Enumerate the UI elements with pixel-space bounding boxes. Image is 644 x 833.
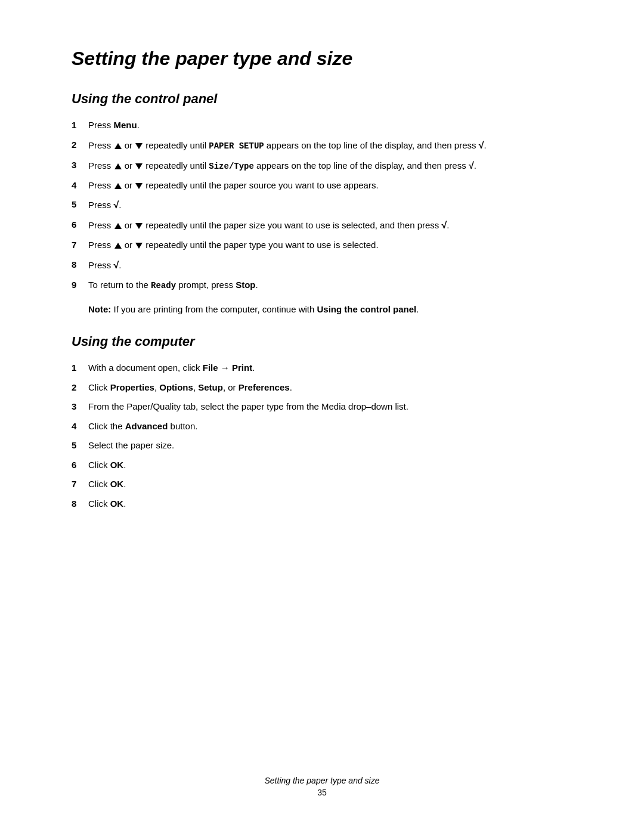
list-item: 5 Press √. (72, 198, 572, 212)
step-number: 3 (72, 400, 88, 414)
list-item: 2 Press or repeatedly until PAPER SETUP … (72, 138, 572, 153)
up-arrow-icon (114, 163, 122, 169)
list-item: 6 Press or repeatedly until the paper si… (72, 218, 572, 233)
arrow-icon: → (221, 363, 230, 373)
button-label: OK (110, 460, 124, 470)
step-number: 4 (72, 179, 88, 193)
step-content: Click OK. (88, 497, 572, 511)
section-computer: Using the computer 1 With a document ope… (72, 334, 572, 510)
list-item: 6 Click OK. (72, 459, 572, 472)
step-content: From the Paper/Quality tab, select the p… (88, 400, 572, 414)
checkmark: √ (479, 140, 484, 150)
list-item: 5 Select the paper size. (72, 439, 572, 453)
step-content: Press or repeatedly until the paper sour… (88, 179, 572, 193)
step-number: 1 (72, 119, 88, 132)
menu-item: Print (232, 363, 252, 373)
note-text: If you are printing from the computer, c… (114, 304, 419, 314)
down-arrow-icon (135, 243, 143, 249)
step-number: 5 (72, 439, 88, 453)
step-number: 7 (72, 478, 88, 491)
step-content: Press or repeatedly until the paper type… (88, 239, 572, 252)
note-block: Note: If you are printing from the compu… (88, 303, 572, 317)
list-item: 7 Click OK. (72, 478, 572, 491)
list-item: 4 Press or repeatedly until the paper so… (72, 179, 572, 193)
footer-title: Setting the paper type and size (0, 776, 644, 785)
key-label: Menu (114, 120, 137, 130)
down-arrow-icon (135, 163, 143, 169)
button-label: Setup (198, 382, 223, 392)
checkmark: √ (114, 200, 119, 210)
display-text: Size/Type (209, 162, 254, 171)
section2-title: Using the computer (72, 334, 572, 349)
computer-steps: 1 With a document open, click File → Pri… (72, 361, 572, 510)
step-number: 8 (72, 497, 88, 511)
list-item: 8 Press √. (72, 258, 572, 272)
menu-item: File (203, 363, 218, 373)
list-item: 8 Click OK. (72, 497, 572, 511)
section-control-panel: Using the control panel 1 Press Menu. 2 … (72, 91, 572, 316)
step-content: Select the paper size. (88, 439, 572, 453)
step-content: Press √. (88, 198, 572, 212)
up-arrow-icon (114, 223, 122, 229)
step-content: Press √. (88, 258, 572, 272)
note-label: Note: (88, 304, 111, 314)
step-number: 5 (72, 198, 88, 212)
section1-title: Using the control panel (72, 91, 572, 107)
step-content: Click Properties, Options, Setup, or Pre… (88, 381, 572, 395)
step-content: Press Menu. (88, 119, 572, 132)
down-arrow-icon (135, 183, 143, 189)
step-number: 2 (72, 138, 88, 152)
step-number: 6 (72, 459, 88, 472)
step-content: Click the Advanced button. (88, 420, 572, 433)
button-label: Properties (110, 382, 154, 392)
list-item: 7 Press or repeatedly until the paper ty… (72, 239, 572, 252)
up-arrow-icon (114, 183, 122, 189)
list-item: 3 Press or repeatedly until Size/Type ap… (72, 159, 572, 173)
checkmark: √ (469, 160, 474, 171)
step-content: Press or repeatedly until the paper size… (88, 218, 572, 233)
display-text: PAPER SETUP (209, 141, 264, 151)
step-number: 2 (72, 381, 88, 395)
step-content: Press or repeatedly until Size/Type appe… (88, 159, 572, 173)
up-arrow-icon (114, 143, 122, 149)
step-number: 4 (72, 420, 88, 433)
note-bold-text: Using the control panel (317, 304, 417, 314)
footer: Setting the paper type and size 35 (0, 776, 644, 797)
footer-page-number: 35 (0, 788, 644, 797)
list-item: 9 To return to the Ready prompt, press S… (72, 278, 572, 292)
checkmark: √ (442, 220, 447, 230)
key-label: Stop (236, 280, 255, 290)
step-number: 1 (72, 361, 88, 375)
step-content: Press or repeatedly until PAPER SETUP ap… (88, 138, 572, 153)
main-title: Setting the paper type and size (72, 48, 572, 70)
button-label: Options (159, 382, 193, 392)
step-number: 3 (72, 159, 88, 172)
list-item: 4 Click the Advanced button. (72, 420, 572, 433)
list-item: 1 With a document open, click File → Pri… (72, 361, 572, 375)
display-text: Ready (151, 281, 176, 290)
list-item: 3 From the Paper/Quality tab, select the… (72, 400, 572, 414)
page: Setting the paper type and size Using th… (0, 0, 644, 833)
button-label: OK (110, 479, 124, 489)
step-number: 8 (72, 258, 88, 272)
up-arrow-icon (114, 243, 122, 249)
button-label: Advanced (125, 421, 168, 431)
down-arrow-icon (135, 223, 143, 229)
list-item: 2 Click Properties, Options, Setup, or P… (72, 381, 572, 395)
button-label: Preferences (239, 382, 290, 392)
control-panel-steps: 1 Press Menu. 2 Press or repeatedly unti… (72, 119, 572, 292)
checkmark: √ (114, 260, 119, 270)
step-content: Click OK. (88, 478, 572, 491)
list-item: 1 Press Menu. (72, 119, 572, 132)
down-arrow-icon (135, 143, 143, 149)
step-content: To return to the Ready prompt, press Sto… (88, 278, 572, 292)
step-number: 9 (72, 278, 88, 292)
step-number: 6 (72, 218, 88, 232)
step-content: With a document open, click File → Print… (88, 361, 572, 375)
button-label: OK (110, 498, 124, 509)
step-content: Click OK. (88, 459, 572, 472)
step-number: 7 (72, 239, 88, 252)
